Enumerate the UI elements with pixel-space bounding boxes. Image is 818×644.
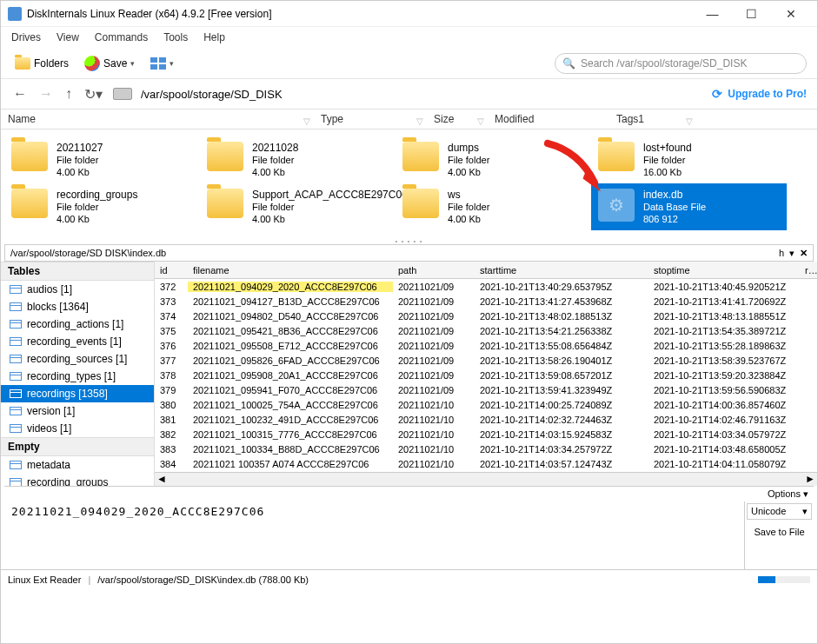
col-tags[interactable]: Tags1▽: [609, 113, 696, 125]
col-path[interactable]: path: [393, 265, 475, 276]
save-to-file-button[interactable]: Save to File: [745, 521, 814, 542]
cell-fn: 20211021_100232_491D_ACCC8E297C06: [188, 415, 393, 425]
drive-icon: [113, 88, 132, 100]
menu-view[interactable]: View: [57, 31, 79, 43]
table-row[interactable]: 38220211021_100315_7776_ACCC8E297C062021…: [155, 427, 817, 442]
minimize-button[interactable]: —: [693, 2, 732, 26]
horizontal-scrollbar[interactable]: ◄ ►: [155, 472, 817, 486]
file-item-folder[interactable]: 20211028File folder4.00 Kb: [200, 136, 396, 183]
grid-body[interactable]: 37220211021_094029_2020_ACCC8E297C062021…: [155, 279, 817, 472]
col-re[interactable]: re: [800, 265, 817, 276]
back-button[interactable]: ←: [11, 86, 29, 102]
cell-fn: 20211021 100357 A074 ACCC8E297C06: [188, 459, 393, 469]
file-item-folder[interactable]: lost+foundFile folder16.00 Kb: [591, 136, 787, 183]
col-starttime[interactable]: starttime: [475, 265, 648, 276]
table-row[interactable]: 37920211021_095941_F070_ACCC8E297C062021…: [155, 382, 817, 397]
file-name: Support_ACAP_ACCC8E297C06: [252, 189, 408, 201]
cell-st: 2021-10-21T13:40:29.653795Z: [475, 282, 648, 292]
sidebar-item[interactable]: videos [1]: [1, 420, 154, 437]
table-row[interactable]: 37820211021_095908_20A1_ACCC8E297C062021…: [155, 368, 817, 382]
sidebar-item-label: recording_groups: [27, 476, 108, 486]
file-item-folder[interactable]: 20211027File folder4.00 Kb: [4, 136, 200, 183]
table-row[interactable]: 37520211021_095421_8B36_ACCC8E297C062021…: [155, 323, 817, 338]
current-path[interactable]: /var/spool/storage/SD_DISK: [141, 88, 283, 101]
table-row[interactable]: 38420211021 100357 A074 ACCC8E297C062021…: [155, 456, 817, 471]
menu-commands[interactable]: Commands: [95, 31, 148, 43]
close-panel-button[interactable]: ✕: [800, 248, 808, 259]
file-name: dumps: [448, 142, 489, 154]
sidebar-item[interactable]: recording_actions [1]: [1, 315, 154, 333]
file-type: Data Base File: [643, 201, 706, 213]
options-button[interactable]: Options ▾: [4, 487, 814, 501]
sidebar-item[interactable]: recording_types [1]: [1, 368, 154, 385]
cell-st: 2021-10-21T13:59:41.323949Z: [475, 385, 648, 395]
toolbar: Folders Save ▾ ▾ 🔍 Search /var/spool/sto…: [1, 48, 817, 79]
cell-st: 2021-10-21T13:55:08.656484Z: [475, 341, 648, 351]
col-name[interactable]: Name▽: [1, 113, 314, 125]
filter-icon[interactable]: ▽: [477, 116, 484, 126]
save-button[interactable]: Save ▾: [81, 54, 138, 73]
data-grid: id filename path starttime stoptime re 3…: [155, 262, 817, 486]
table-row[interactable]: 37320211021_094127_B13D_ACCC8E297C062021…: [155, 294, 817, 309]
cell-stop: 2021-10-21T14:04:11.058079Z: [648, 459, 800, 469]
sidebar-item[interactable]: metadata: [1, 456, 154, 474]
col-size[interactable]: Size▽: [427, 113, 488, 125]
forward-button[interactable]: →: [37, 86, 55, 102]
file-item-folder[interactable]: Support_ACAP_ACCC8E297C06File folder4.00…: [200, 183, 396, 230]
search-placeholder: Search /var/spool/storage/SD_DISK: [581, 57, 747, 70]
file-item-db[interactable]: index.dbData Base File806 912: [591, 183, 787, 230]
sidebar-item[interactable]: recording_groups: [1, 474, 154, 486]
table-row[interactable]: 37720211021_095826_6FAD_ACCC8E297C062021…: [155, 353, 817, 368]
menu-help[interactable]: Help: [203, 31, 225, 43]
filter-icon[interactable]: ▽: [416, 116, 423, 126]
up-button[interactable]: ↑: [63, 86, 74, 102]
table-row[interactable]: 37220211021_094029_2020_ACCC8E297C062021…: [155, 279, 817, 294]
table-row[interactable]: 38320211021_100334_B88D_ACCC8E297C062021…: [155, 442, 817, 456]
cell-stop: 2021-10-21T14:03:48.658005Z: [648, 444, 800, 455]
scroll-right-icon[interactable]: ►: [803, 473, 817, 487]
file-item-folder[interactable]: dumpsFile folder4.00 Kb: [396, 136, 591, 183]
folders-button[interactable]: Folders: [11, 56, 72, 71]
sidebar-item[interactable]: audios [1]: [1, 281, 154, 298]
history-button[interactable]: ↻▾: [83, 86, 104, 103]
table-row[interactable]: 38020211021_100025_754A_ACCC8E297C062021…: [155, 397, 817, 412]
menu-tools[interactable]: Tools: [163, 31, 188, 43]
table-row[interactable]: 38120211021_100232_491D_ACCC8E297C062021…: [155, 412, 817, 427]
sidebar-item[interactable]: recordings [1358]: [1, 385, 154, 402]
cell-st: 2021-10-21T14:03:15.924583Z: [475, 429, 648, 440]
scroll-left-icon[interactable]: ◄: [155, 473, 169, 487]
view-mode-button[interactable]: ▾: [147, 56, 177, 71]
file-name: ws: [448, 189, 489, 201]
sidebar-item[interactable]: recording_events [1]: [1, 333, 154, 350]
file-item-folder[interactable]: wsFile folder4.00 Kb: [396, 183, 591, 230]
upgrade-link[interactable]: ⟳ Upgrade to Pro!: [712, 87, 807, 101]
chevron-down-icon[interactable]: ▾: [789, 248, 795, 259]
table-row[interactable]: 37420211021_094802_D540_ACCC8E297C062021…: [155, 309, 817, 323]
splitter-handle[interactable]: • • • • •: [1, 237, 817, 244]
table-row[interactable]: 37620211021_095508_E712_ACCC8E297C062021…: [155, 338, 817, 353]
menu-drives[interactable]: Drives: [11, 31, 41, 43]
cell-st: 2021-10-21T13:59:08.657201Z: [475, 370, 648, 381]
cell-id: 372: [155, 282, 188, 292]
file-item-folder[interactable]: recording_groupsFile folder4.00 Kb: [4, 183, 200, 230]
filter-icon[interactable]: ▽: [686, 116, 693, 126]
file-grid[interactable]: 20211027File folder4.00 Kb20211028File f…: [1, 129, 817, 237]
navigation-row: ← → ↑ ↻▾ /var/spool/storage/SD_DISK ⟳ Up…: [1, 79, 817, 109]
encoding-select[interactable]: Unicode▾: [747, 503, 812, 520]
col-stoptime[interactable]: stoptime: [648, 265, 800, 276]
sidebar-item[interactable]: recording_sources [1]: [1, 350, 154, 368]
search-input[interactable]: 🔍 Search /var/spool/storage/SD_DISK: [555, 53, 807, 74]
col-type[interactable]: Type▽: [314, 113, 427, 125]
cell-stop: 2021-10-21T14:00:36.857460Z: [648, 400, 800, 410]
close-button[interactable]: ✕: [771, 2, 810, 26]
filter-icon[interactable]: ▽: [303, 116, 310, 126]
col-modified[interactable]: Modified: [488, 113, 609, 125]
save-label: Save: [103, 57, 127, 70]
col-id[interactable]: id: [155, 265, 188, 276]
col-filename[interactable]: filename: [188, 265, 393, 276]
sidebar-item[interactable]: blocks [1364]: [1, 298, 154, 315]
maximize-button[interactable]: ☐: [732, 2, 771, 26]
cell-stop: 2021-10-21T13:54:35.389721Z: [648, 326, 800, 336]
file-size: 4.00 Kb: [57, 166, 103, 178]
sidebar-item[interactable]: version [1]: [1, 402, 154, 420]
